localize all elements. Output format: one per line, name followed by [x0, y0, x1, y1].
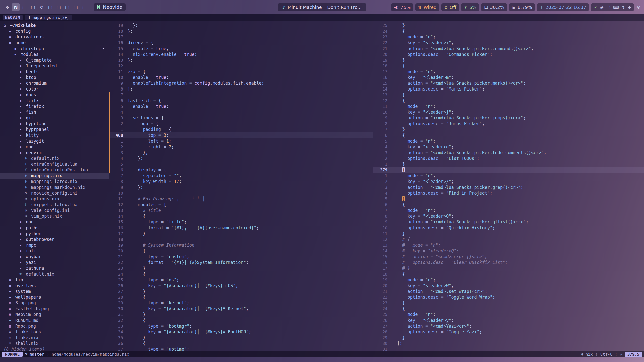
code-line[interactable]: 10 options.desc = "Quickfix History";	[373, 225, 644, 231]
code-line[interactable]: 6fastfetch = {	[109, 98, 373, 104]
code-line[interactable]: 1 mode = "n";	[373, 173, 644, 179]
tree-dir-modules[interactable]: ▪modules	[0, 52, 109, 57]
code-line[interactable]: 31 }	[109, 312, 373, 318]
code-line[interactable]: 6 {	[373, 132, 644, 138]
code-line[interactable]: 4 options.desc = "Find in Project";	[373, 190, 644, 196]
music-widget[interactable]: ♪ Minuit Machine – Don't Run Fro...	[278, 3, 366, 11]
code-line[interactable]: 19 }	[373, 57, 644, 63]
code-line[interactable]: 4 };	[109, 156, 373, 161]
tree-dir-lazygit[interactable]: ▪lazygit	[0, 138, 109, 144]
code-line[interactable]: 16 # options.desc = "Clear Quickfix List…	[373, 260, 644, 265]
code-line[interactable]: 9 action = "<cmd>lua Snacks.picker.qflis…	[373, 219, 644, 225]
tree-file-Rmpc.png[interactable]: ▦Rmpc.png	[0, 323, 109, 329]
code-line[interactable]: 27 action = "<cmd>Yazi<cr>";	[373, 323, 644, 329]
tree-file-default.nix[interactable]: ❄default.nix	[0, 156, 109, 161]
code-line[interactable]: 13 # Title	[109, 208, 373, 213]
workspace-10[interactable]: ▢	[80, 3, 88, 11]
code-line[interactable]: 37 type = "uptime";	[109, 346, 373, 351]
workspace-neovide[interactable]: N	[12, 3, 20, 11]
code-line[interactable]: 18 {	[373, 271, 644, 277]
code-line[interactable]: 1 left = 1;	[109, 138, 373, 144]
memory-module[interactable]: ▤30.2%	[481, 3, 507, 11]
tree-dir-mpd[interactable]: ▪mpd	[0, 144, 109, 150]
workspace-6[interactable]: ▢	[46, 3, 54, 11]
tree-dir-git[interactable]: ▪git	[0, 115, 109, 121]
code-line[interactable]: 11 mode = "n";	[373, 104, 644, 109]
code-line[interactable]: 3 };	[109, 150, 373, 156]
code-line[interactable]: 468 top = 3;	[109, 132, 373, 138]
tree-dir-color[interactable]: ▪color	[0, 86, 109, 92]
code-line[interactable]: 25 type = "os";	[109, 277, 373, 283]
code-line[interactable]: 15 type = "title";	[109, 219, 373, 225]
code-line[interactable]: 9 };	[109, 185, 373, 190]
code-line[interactable]: 22 key = "<leader>:";	[373, 40, 644, 46]
code-line[interactable]: 13 }	[373, 92, 644, 98]
code-line[interactable]: 6 display = {	[109, 167, 373, 173]
code-line[interactable]: 15 # action = "<cmd>cexpr []<cr>";	[373, 254, 644, 260]
code-line[interactable]: 8 options.desc = "Jumps Picker";	[373, 121, 644, 127]
tree-file-vim_opts.nix[interactable]: ❄vim_opts.nix	[0, 213, 109, 219]
code-line[interactable]: 9 action = "<cmd>lua Snacks.picker.jumps…	[373, 115, 644, 121]
code-line[interactable]: 5 enable = true;	[109, 104, 373, 109]
tree-dir-python[interactable]: ▪python	[0, 231, 109, 237]
editor-window-right[interactable]: 25 }24 {23 mode = "n";22 key = "<leader>…	[373, 21, 644, 351]
tree-dir-hyprpanel[interactable]: ▪hyprpanel	[0, 127, 109, 132]
code-line[interactable]: 32 {	[109, 318, 373, 323]
code-line[interactable]: 29 type = "kernel";	[109, 300, 373, 306]
code-line[interactable]: 27 }	[109, 289, 373, 294]
tree-dir-1_deprecated[interactable]: ▪1_deprecated	[0, 63, 109, 69]
tree-file-Btop.png[interactable]: ▦Btop.png	[0, 300, 109, 306]
code-line[interactable]: 18 {	[373, 63, 644, 69]
code-line[interactable]: 14 {	[109, 213, 373, 219]
code-line[interactable]: 2 options.desc = "List TODOs";	[373, 156, 644, 161]
tree-dir-fcitx[interactable]: ▪fcitx	[0, 98, 109, 104]
tree-dir-neovim[interactable]: ▪neovim	[0, 150, 109, 156]
code-line[interactable]: 379 {	[373, 167, 644, 173]
notification-bell-icon[interactable]: ⊙	[637, 5, 640, 10]
code-line[interactable]: 8 key = "<leader>Q";	[373, 213, 644, 219]
tree-dir-derivations[interactable]: ▪derivations	[0, 34, 109, 40]
tree-dir-beets[interactable]: ▪beets	[0, 69, 109, 75]
code-line[interactable]: 3 action = "<cmd>lua Snacks.picker.grep(…	[373, 185, 644, 190]
tree-dir-paths[interactable]: ▪paths	[0, 225, 109, 231]
editor-window-left[interactable]: 19 };18};1716direnv = {15 enable = true;…	[109, 21, 373, 351]
code-line[interactable]: 19 };	[109, 23, 373, 28]
code-line[interactable]: 18	[109, 237, 373, 242]
workspace-sync[interactable]: ↻	[38, 3, 45, 11]
code-line[interactable]: 4 key = "<leader>d";	[373, 144, 644, 150]
code-line[interactable]: 12 modules = [	[109, 202, 373, 208]
tree-file-mappings_markdown.nix[interactable]: ❄mappings_markdown.nix	[0, 185, 109, 190]
code-line[interactable]: 20 options.desc = "Commands Picker";	[373, 52, 644, 57]
tree-dir-system[interactable]: ▪system	[0, 289, 109, 294]
workspace-4[interactable]: ▢	[29, 3, 37, 11]
tree-dir-btop[interactable]: ▪btop	[0, 75, 109, 80]
code-line[interactable]: 18};	[109, 28, 373, 34]
code-line[interactable]: 23 }	[109, 265, 373, 271]
code-line[interactable]: 22 options.desc = "Toggle Word Wrap";	[373, 294, 644, 300]
code-line[interactable]: 5	[109, 161, 373, 167]
code-line[interactable]: 19 mode = "n";	[373, 277, 644, 283]
code-line[interactable]: 7	[109, 92, 373, 98]
code-line[interactable]: 7 mode = "n";	[373, 208, 644, 213]
code-line[interactable]: 9 enableFishIntegration = config.modules…	[109, 80, 373, 86]
tree-dir-rmpc[interactable]: ▪rmpc	[0, 242, 109, 248]
tree-dir-wallpapers[interactable]: ▪wallpapers	[0, 294, 109, 300]
code-line[interactable]: 25 mode = "n";	[373, 312, 644, 318]
tree-dir-chromium[interactable]: ▪chromium	[0, 80, 109, 86]
display-icon[interactable]: ▢	[607, 5, 610, 10]
tree-file-FastFetch.png[interactable]: ▦FastFetch.png	[0, 306, 109, 312]
tree-file-flake.nix[interactable]: ❄flake.nix	[0, 335, 109, 341]
code-line[interactable]: 17 mode = "n";	[373, 69, 644, 75]
tree-dir-rofi[interactable]: ▪rofi	[0, 248, 109, 254]
code-line[interactable]: 13 # mode = "n";	[373, 242, 644, 248]
tree-file-options.nix[interactable]: ❄options.nix	[0, 196, 109, 202]
tab-mappings-nix[interactable]: 1 mappings.nix[2+]	[25, 15, 72, 20]
code-line[interactable]: 1 }	[373, 161, 644, 167]
tree-dir-0_template[interactable]: ▪0_template	[0, 57, 109, 63]
tree-dir-docs[interactable]: ▪docs	[0, 92, 109, 98]
code-line[interactable]: 2 logo = {	[109, 121, 373, 127]
tree-dir-hyprland[interactable]: ▪hyprland	[0, 121, 109, 127]
tree-file-NeoVim.png[interactable]: ▦NeoVim.png	[0, 312, 109, 318]
code-line[interactable]: 34 key = "{#separator}│ {#keys}≣ BootMGR…	[109, 329, 373, 335]
volume-module[interactable]: ◀)75%	[391, 3, 414, 11]
